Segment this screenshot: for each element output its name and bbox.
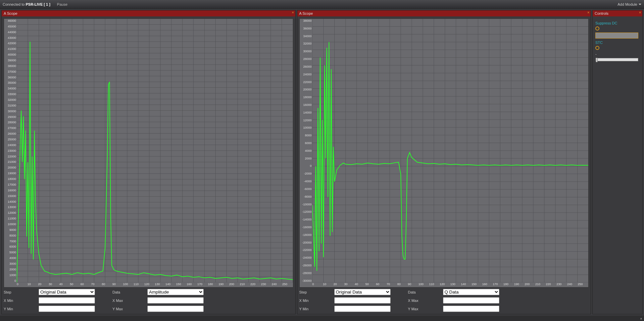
scope1-header: A Scope × xyxy=(2,10,295,16)
connection-target: PSR-LIVE [ 1 ] xyxy=(26,2,50,6)
scope-panel-2: A Scope × 380003600034000320003000028000… xyxy=(297,10,591,314)
scope1-ymin-label: Y Min xyxy=(4,307,21,311)
scope2-ymax-input[interactable] xyxy=(443,306,499,312)
scope2-step-select[interactable]: Original Data xyxy=(334,289,391,295)
scope1-data-select[interactable]: Amplitude xyxy=(147,289,204,295)
suppress-dc-radio[interactable] xyxy=(595,26,599,30)
scope1-xmin-input[interactable] xyxy=(39,297,95,304)
stc-label: STC xyxy=(595,41,640,45)
scope1-step-label: Step xyxy=(4,290,21,294)
controls-header: Controls × xyxy=(593,10,642,16)
connection-status: Connected to PSR-LIVE [ 1 ] xyxy=(3,2,50,6)
scope2-data-label: Data xyxy=(408,290,426,294)
scope2-title: A Scope xyxy=(299,11,313,15)
scope1-ymax-label: Y Max xyxy=(112,307,130,311)
scope2-xmax-label: X Max xyxy=(408,299,426,303)
scope2-header: A Scope × xyxy=(297,10,591,16)
add-module-button[interactable]: Add Module xyxy=(617,2,641,6)
scope2-chart: 3800036000340003200030000280002600024000… xyxy=(299,18,589,287)
scope2-data-select[interactable]: Q Data xyxy=(443,289,499,295)
close-icon[interactable]: × xyxy=(587,11,589,14)
bottom-scrollbar[interactable]: ▲ xyxy=(0,316,644,321)
scope1-ymin-input[interactable] xyxy=(39,306,95,312)
scope1-xmax-input[interactable] xyxy=(147,297,204,304)
pause-button[interactable]: Pause xyxy=(57,2,67,6)
scope1-step-select[interactable]: Original Data xyxy=(39,289,95,295)
chevron-down-icon xyxy=(639,4,641,5)
scope2-ymax-label: Y Max xyxy=(408,307,426,311)
scope1-xmax-label: X Max xyxy=(112,299,130,303)
main-area: A Scope × 460004500044000430004200041000… xyxy=(0,9,644,316)
suppress-dc-label: Suppress DC xyxy=(595,21,640,25)
slider-thumb[interactable] xyxy=(596,58,598,62)
scope1-xmin-label: X Min xyxy=(4,299,21,303)
stc-slider[interactable] xyxy=(595,58,638,61)
scope2-xmin-label: X Min xyxy=(299,299,317,303)
suppress-dc-input[interactable] xyxy=(595,33,638,39)
connection-prefix: Connected to xyxy=(3,2,26,6)
scope1-chart: 4600045000440004300042000410004000039000… xyxy=(4,18,293,287)
scope2-xmin-input[interactable] xyxy=(334,297,391,304)
scope1-data-label: Data xyxy=(112,290,130,294)
scope1-title: A Scope xyxy=(4,11,17,15)
scope2-ymin-input[interactable] xyxy=(334,306,391,312)
controls-panel: Controls × Suppress DC STC - xyxy=(592,10,643,314)
close-icon[interactable]: × xyxy=(292,11,294,14)
scope-panel-1: A Scope × 460004500044000430004200041000… xyxy=(1,10,296,314)
close-icon[interactable]: × xyxy=(639,11,641,14)
stc-value: - xyxy=(595,52,640,56)
scroll-up-icon[interactable]: ▲ xyxy=(640,317,643,320)
scope2-step-label: Step xyxy=(299,290,317,294)
controls-title: Controls xyxy=(595,11,608,15)
scope1-ymax-input[interactable] xyxy=(147,306,204,312)
top-bar: Connected to PSR-LIVE [ 1 ] Pause Add Mo… xyxy=(0,0,644,9)
scope2-xmax-input[interactable] xyxy=(443,297,499,304)
scope2-ymin-label: Y Min xyxy=(299,307,317,311)
stc-radio[interactable] xyxy=(595,46,599,50)
